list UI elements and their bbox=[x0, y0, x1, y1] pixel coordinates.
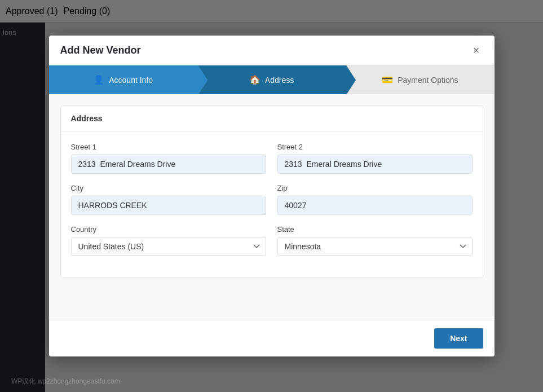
address-icon: 🏠 bbox=[249, 74, 261, 85]
step-account-info[interactable]: 👤 Account Info bbox=[49, 65, 197, 94]
state-select[interactable]: Minnesota California Texas New York bbox=[277, 237, 473, 256]
step-address[interactable]: 🏠 Address bbox=[197, 65, 346, 94]
address-section: Address Street 1 Street 2 bbox=[60, 105, 483, 278]
country-label: Country bbox=[71, 225, 266, 234]
modal-title: Add New Vendor bbox=[60, 45, 141, 56]
close-button[interactable]: × bbox=[470, 43, 483, 57]
country-group: Country United States (US) Canada United… bbox=[71, 225, 266, 256]
step-account-info-label: Account Info bbox=[109, 76, 153, 85]
state-label: State bbox=[277, 225, 473, 234]
zip-input[interactable] bbox=[277, 196, 473, 215]
next-button[interactable]: Next bbox=[434, 328, 483, 349]
step-payment-options[interactable]: 💳 Payment Options bbox=[346, 65, 494, 94]
section-title: Address bbox=[61, 106, 483, 131]
wizard-steps: 👤 Account Info 🏠 Address 💳 Payment Optio… bbox=[49, 65, 495, 94]
add-vendor-modal: Add New Vendor × 👤 Account Info 🏠 Addres… bbox=[49, 36, 495, 356]
modal-footer: Next bbox=[49, 320, 495, 356]
state-group: State Minnesota California Texas New Yor… bbox=[277, 225, 473, 256]
street2-label: Street 2 bbox=[277, 143, 473, 151]
street2-group: Street 2 bbox=[277, 143, 473, 174]
street1-label: Street 1 bbox=[71, 143, 266, 151]
modal-header: Add New Vendor × bbox=[49, 36, 495, 65]
city-label: City bbox=[71, 184, 266, 192]
street2-input[interactable] bbox=[277, 155, 473, 174]
account-info-icon: 👤 bbox=[93, 74, 104, 85]
country-select[interactable]: United States (US) Canada United Kingdom bbox=[71, 237, 266, 256]
street1-group: Street 1 bbox=[71, 143, 266, 174]
zip-label: Zip bbox=[277, 184, 473, 192]
step-payment-label: Payment Options bbox=[398, 76, 458, 85]
payment-icon: 💳 bbox=[382, 74, 393, 85]
step-address-label: Address bbox=[265, 76, 294, 85]
watermark: WP汉化 wp2zhongzhongeastfu.com bbox=[11, 377, 120, 386]
street-row: Street 1 Street 2 bbox=[71, 143, 473, 174]
city-zip-row: City Zip bbox=[71, 184, 473, 215]
zip-group: Zip bbox=[277, 184, 473, 215]
modal-body: Address Street 1 Street 2 bbox=[49, 94, 495, 320]
modal-backdrop: Add New Vendor × 👤 Account Info 🏠 Addres… bbox=[0, 0, 543, 392]
country-state-row: Country United States (US) Canada United… bbox=[71, 225, 473, 256]
city-input[interactable] bbox=[71, 196, 266, 215]
city-group: City bbox=[71, 184, 266, 215]
street1-input[interactable] bbox=[71, 155, 266, 174]
section-content: Street 1 Street 2 City bbox=[61, 131, 483, 278]
